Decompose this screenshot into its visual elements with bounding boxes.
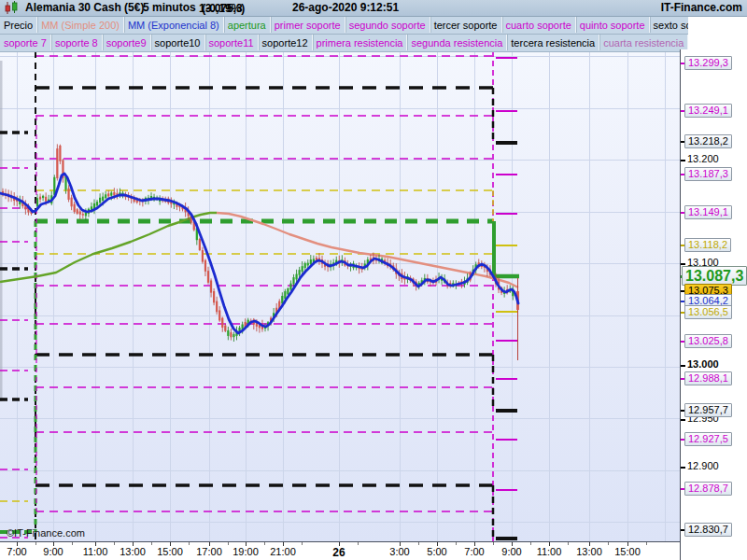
price-axis-label: 13.299,3 xyxy=(684,56,732,70)
chart-header: Alemania 30 Cash (5€) 5 minutos 13.075,3… xyxy=(0,0,747,17)
price-axis-label: 12.988,1 xyxy=(684,371,732,385)
time-axis[interactable]: 7:009:0011:0013:0015:0017:0019:0021:0026… xyxy=(0,542,680,560)
candle-body xyxy=(199,239,201,250)
legend-item-precio[interactable]: Precio xyxy=(0,17,37,33)
header-last-price: 13.075,3 (-0,19%) xyxy=(199,1,202,14)
candle-body xyxy=(207,271,209,283)
candle-body xyxy=(113,192,115,196)
legend-item-sexto-soporte[interactable]: sexto soporte xyxy=(650,17,688,33)
candle-body xyxy=(77,209,78,214)
price-axis-label: 13.187,3 xyxy=(684,167,732,181)
candle-body xyxy=(230,332,232,337)
candle-body xyxy=(304,263,306,268)
candle-body xyxy=(99,198,101,203)
candle-body xyxy=(302,266,303,272)
candle-body xyxy=(102,197,104,201)
candle-body xyxy=(96,202,98,205)
price-axis-label: 12.957,7 xyxy=(684,403,732,417)
price-axis[interactable]: 13.20013.10013.00012.95012.90013.299,313… xyxy=(680,49,747,560)
price-tick xyxy=(681,419,685,421)
legend-item-cuarto-soporte[interactable]: cuarto soporte xyxy=(502,17,576,33)
candle-body xyxy=(79,211,81,214)
legend-item-segundo-soporte[interactable]: segundo soporte xyxy=(345,17,430,33)
legend-item-primera-resistencia[interactable]: primera resistencia xyxy=(313,35,408,50)
legend-item-soporte9[interactable]: soporte9 xyxy=(103,35,151,50)
time-minor-tick xyxy=(114,542,115,545)
instrument-title: Alemania 30 Cash (5€) xyxy=(25,1,144,14)
price-tick xyxy=(681,160,685,161)
price-axis-label: 13.025,8 xyxy=(684,334,732,348)
price-axis-label: 13.218,2 xyxy=(684,134,732,148)
price-tick xyxy=(681,467,685,469)
time-axis-label: 26 xyxy=(332,546,345,559)
candles-layer xyxy=(2,144,519,360)
candle-body xyxy=(213,291,215,302)
legend-item-soporte10[interactable]: soporte10 xyxy=(151,35,205,50)
legend-item-cuarta-resistencia[interactable]: cuarta resistencia xyxy=(599,35,688,50)
time-minor-tick xyxy=(35,542,36,545)
time-minor-tick xyxy=(568,542,569,545)
candle-body xyxy=(56,148,58,178)
legend-item-apertura[interactable]: apertura xyxy=(224,17,271,33)
candle-body xyxy=(227,330,229,336)
price-tick xyxy=(681,365,685,367)
time-axis-label: 13:00 xyxy=(120,546,146,557)
time-axis-label: 13:00 xyxy=(576,546,602,557)
price-chart-plot-area[interactable]: ©IT-Finance.com xyxy=(0,52,680,542)
left-gray-strip xyxy=(0,61,3,401)
candle-body xyxy=(218,310,220,320)
mm-simple-200-line xyxy=(217,213,518,287)
legend-item-soporte11[interactable]: soporte11 xyxy=(205,35,259,50)
chart-canvas xyxy=(0,52,680,541)
time-axis-label: 7:00 xyxy=(7,546,26,557)
brand-label: IT-Finance.com xyxy=(661,1,742,14)
time-axis-label: 7:00 xyxy=(464,546,484,557)
candle-body xyxy=(82,214,84,216)
candle-body xyxy=(39,197,41,200)
candle-body xyxy=(210,280,212,292)
legend-item-mm-exponencial-8-[interactable]: MM (Exponencial 8) xyxy=(124,17,224,33)
time-minor-tick xyxy=(228,542,229,545)
time-minor-tick xyxy=(456,542,457,545)
price-axis-label: 13.087,3 xyxy=(682,266,747,286)
legend-item-quinto-soporte[interactable]: quinto soporte xyxy=(576,17,650,33)
time-minor-tick xyxy=(189,542,190,545)
candle-body xyxy=(202,250,204,262)
time-minor-tick xyxy=(493,542,494,545)
legend-item-segunda-resistencia[interactable]: segunda resistencia xyxy=(407,35,507,50)
legend-item-soporte-8[interactable]: soporte 8 xyxy=(51,35,103,50)
time-minor-tick xyxy=(358,542,359,545)
time-axis-label: 9:00 xyxy=(501,546,521,557)
legend-item-tercer-soporte[interactable]: tercer soporte xyxy=(430,17,502,33)
header-datetime: 26-ago-2020 9:12:51 xyxy=(292,1,399,14)
candle-body xyxy=(221,318,223,328)
watermark: ©IT-Finance.com xyxy=(7,527,85,539)
time-minor-tick xyxy=(72,542,73,545)
time-axis-label: 9:00 xyxy=(43,546,63,557)
legend-item-primer-soporte[interactable]: primer soporte xyxy=(271,17,345,33)
price-axis-label: 13.249,1 xyxy=(684,104,732,118)
legend-item-soporte-7[interactable]: soporte 7 xyxy=(0,35,51,50)
candle-body xyxy=(107,193,109,196)
candle-body xyxy=(289,284,291,290)
price-axis-label: 12.830,7 xyxy=(684,523,732,537)
legend-item-mm-simple-200-[interactable]: MM (Simple 200) xyxy=(37,17,124,33)
time-axis-label: 11:00 xyxy=(537,546,562,557)
price-tick xyxy=(681,263,685,265)
candle-body xyxy=(295,274,297,280)
candle-body xyxy=(287,288,289,294)
candle-body xyxy=(233,334,234,337)
candle-body xyxy=(74,204,76,212)
time-axis-label: 17:00 xyxy=(196,546,222,557)
time-minor-tick xyxy=(608,542,609,545)
price-axis-label: 12.900 xyxy=(687,460,719,472)
legend-right-filler xyxy=(688,17,747,51)
price-axis-label: 13.056,5 xyxy=(684,305,732,319)
candle-body xyxy=(105,194,106,198)
price-axis-label: 13.149,1 xyxy=(684,205,732,219)
prorealtime-chart-window: Alemania 30 Cash (5€) 5 minutos 13.075,3… xyxy=(0,0,747,560)
legend-item-soporte12[interactable]: soporte12 xyxy=(259,35,313,50)
time-minor-tick xyxy=(302,542,303,545)
legend-item-tercera-resistencia[interactable]: tercera resistencia xyxy=(507,35,599,50)
time-axis-label: 15:00 xyxy=(157,546,183,557)
